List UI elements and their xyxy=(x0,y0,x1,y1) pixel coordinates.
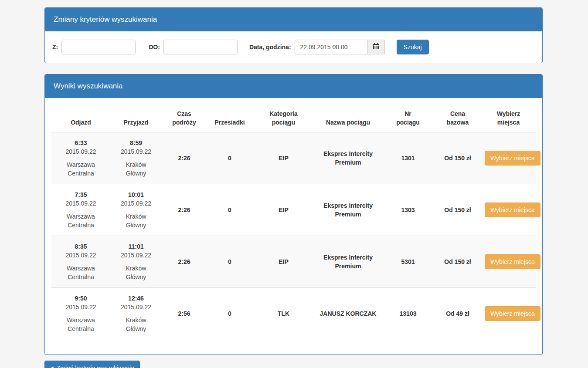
changes-cell: 0 xyxy=(207,184,253,236)
results-panel-title: Wyniki wyszukiwania xyxy=(45,74,542,98)
departure-cell: 9:50 2015.09.22 Warszawa Centralna xyxy=(51,287,110,339)
departure-cell: 8:35 2015.09.22 Warszawa Centralna xyxy=(51,236,110,287)
select-seats-cell: Wybierz miejsca xyxy=(481,132,536,184)
select-seats-button[interactable]: Wybierz miejsca xyxy=(485,306,540,321)
duration-cell: 2:26 xyxy=(162,132,207,184)
duration-cell: 2:56 xyxy=(162,287,207,339)
page-container: Zmiany kryteriów wyszukiwania Z: DO: Dat… xyxy=(44,0,543,368)
train-number-cell: 5301 xyxy=(382,236,434,287)
train-number-cell: 1303 xyxy=(382,184,434,236)
results-body: Odjazd Przyjazd Czaspodróży Przesiadki K… xyxy=(45,98,542,354)
select-seats-cell: Wybierz miejsca xyxy=(481,287,536,339)
departure-cell: 7:35 2015.09.22 Warszawa Centralna xyxy=(51,184,110,236)
col-header-train-number: Nrpociągu xyxy=(382,105,434,132)
result-row: 6:33 2015.09.22 Warszawa Centralna 8:59 … xyxy=(51,132,536,184)
duration-cell: 2:26 xyxy=(162,184,207,236)
arrival-cell: 10:01 2015.09.22 Kraków Główny xyxy=(110,184,162,236)
changes-cell: 0 xyxy=(207,132,253,184)
select-seats-button[interactable]: Wybierz miejsca xyxy=(485,151,540,165)
duration-cell: 2:26 xyxy=(162,236,207,287)
col-header-base-price: Cenabazowa xyxy=(434,105,481,132)
col-header-train-name: Nazwa pociągu xyxy=(314,105,382,132)
base-price-cell: Od 49 zł xyxy=(434,287,481,339)
category-cell: EIP xyxy=(253,184,314,236)
search-results-panel: Wyniki wyszukiwania Odjazd Przyjazd Czas… xyxy=(44,74,543,355)
train-number-cell: 13103 xyxy=(382,287,434,339)
col-header-departure: Odjazd xyxy=(51,105,110,132)
col-header-duration: Czaspodróży xyxy=(162,105,207,132)
departure-cell: 6:33 2015.09.22 Warszawa Centralna xyxy=(51,132,110,184)
calendar-button[interactable] xyxy=(368,40,385,54)
result-row: 7:35 2015.09.22 Warszawa Centralna 10:01… xyxy=(51,184,536,236)
to-input[interactable] xyxy=(163,40,238,54)
col-header-arrival: Przyjazd xyxy=(110,105,162,132)
arrival-cell: 12:46 2015.09.22 Kraków Główny xyxy=(110,287,162,339)
category-cell: TLK xyxy=(253,287,314,339)
from-label: Z: xyxy=(52,44,58,51)
datetime-group xyxy=(295,40,385,54)
change-criteria-button[interactable]: ◀ Zmień kryteria wyszukiwania xyxy=(44,361,140,368)
col-header-changes: Przesiadki xyxy=(207,105,253,132)
from-input[interactable] xyxy=(61,40,136,54)
arrival-cell: 8:59 2015.09.22 Kraków Główny xyxy=(110,132,162,184)
select-seats-cell: Wybierz miejsca xyxy=(481,184,536,236)
category-cell: EIP xyxy=(253,236,314,287)
results-header-row: Odjazd Przyjazd Czaspodróży Przesiadki K… xyxy=(51,105,536,132)
result-row: 8:35 2015.09.22 Warszawa Centralna 11:01… xyxy=(51,236,536,287)
base-price-cell: Od 150 zł xyxy=(434,132,481,184)
train-name-cell: Ekspres Intercity Premium xyxy=(314,236,382,287)
select-seats-cell: Wybierz miejsca xyxy=(481,236,536,287)
select-seats-button[interactable]: Wybierz miejsca xyxy=(485,203,540,217)
base-price-cell: Od 150 zł xyxy=(434,184,481,236)
result-row: 9:50 2015.09.22 Warszawa Centralna 12:46… xyxy=(51,287,536,339)
category-cell: EIP xyxy=(253,132,314,184)
train-number-cell: 1301 xyxy=(382,132,434,184)
train-name-cell: Ekspres Intercity Premium xyxy=(314,132,382,184)
train-name-cell: Ekspres Intercity Premium xyxy=(314,184,382,236)
col-header-category: Kategoriapociągu xyxy=(253,105,314,132)
search-panel-title: Zmiany kryteriów wyszukiwania xyxy=(45,8,542,31)
changes-cell: 0 xyxy=(207,236,253,287)
changes-cell: 0 xyxy=(207,287,253,339)
search-button[interactable]: Szukaj xyxy=(397,40,429,54)
train-name-cell: JANUSZ KORCZAK xyxy=(314,287,382,339)
col-header-select-seats: Wybierzmiejsca xyxy=(481,105,536,132)
change-criteria-label: Zmień kryteria wyszukiwania xyxy=(57,364,134,368)
datetime-input[interactable] xyxy=(295,40,368,54)
search-criteria-panel: Zmiany kryteriów wyszukiwania Z: DO: Dat… xyxy=(44,7,543,63)
to-label: DO: xyxy=(149,44,160,51)
datetime-label: Data, godzina: xyxy=(249,44,291,51)
search-form: Z: DO: Data, godzina: xyxy=(45,31,542,63)
select-seats-button[interactable]: Wybierz miejsca xyxy=(485,254,540,269)
calendar-icon xyxy=(373,43,380,51)
caret-left-icon: ◀ xyxy=(50,364,54,368)
arrival-cell: 11:01 2015.09.22 Kraków Główny xyxy=(110,236,162,287)
results-table: Odjazd Przyjazd Czaspodróży Przesiadki K… xyxy=(51,105,536,339)
base-price-cell: Od 150 zł xyxy=(434,236,481,287)
